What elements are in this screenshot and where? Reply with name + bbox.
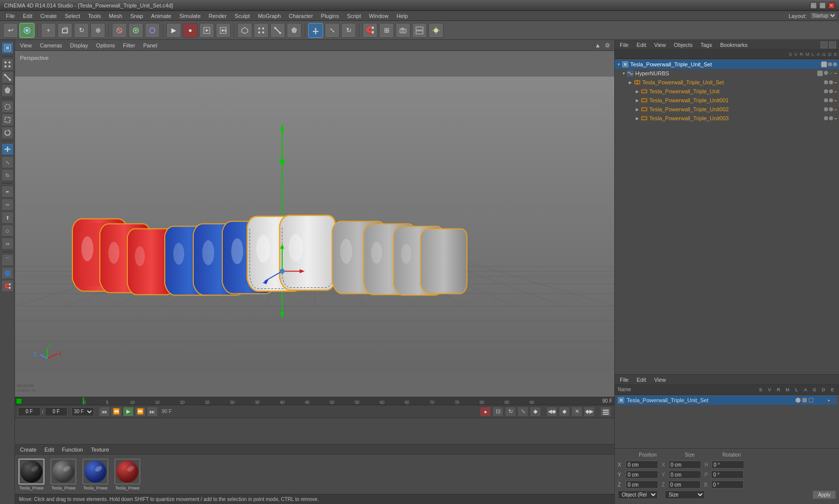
obj-item-2[interactable]: ▶ Tesla_Powerwall_Triple_Unit_Set •• <box>615 78 839 87</box>
menu-mograph[interactable]: MoGraph <box>254 12 285 20</box>
y-position-input[interactable] <box>626 471 658 479</box>
add-key-btn[interactable]: ◆ <box>559 407 570 417</box>
menu-snap[interactable]: Snap <box>126 12 147 20</box>
mat-edit-menu[interactable]: Edit <box>42 446 56 454</box>
timeline-ruler[interactable]: 0 5 10 15 20 25 30 <box>15 397 614 405</box>
x-position-input[interactable] <box>626 461 658 469</box>
poly-pen-btn[interactable]: ✒ <box>1 186 13 198</box>
obj-item-3[interactable]: ▶ Tesla_Powerwall_Triple_Unit •• <box>615 87 839 96</box>
obj-objects-menu[interactable]: Objects <box>672 41 694 49</box>
keyframe-btn[interactable]: ◆ <box>530 407 541 417</box>
null-button[interactable] <box>112 23 127 38</box>
next-key-btn[interactable]: ◆▶ <box>584 407 595 417</box>
sort-frame-input[interactable] <box>45 407 67 416</box>
extrude-btn[interactable]: ⬆ <box>1 212 13 224</box>
del-key-btn[interactable]: ✕ <box>571 407 582 417</box>
obj-item-5[interactable]: ▶ Tesla_Powerwall_Triple_Unit002 •• <box>615 105 839 114</box>
mode-edge-btn[interactable] <box>270 23 285 38</box>
obj-color-0[interactable] <box>821 61 827 67</box>
expand-icon-1[interactable]: ▼ <box>622 71 627 76</box>
knife-btn[interactable]: ✂ <box>1 199 13 211</box>
obj-flag-2[interactable] <box>824 80 828 84</box>
menu-window[interactable]: Window <box>365 12 393 20</box>
menu-file[interactable]: File <box>2 12 19 20</box>
material-item-3[interactable]: Tesla_Powe <box>113 459 142 491</box>
attr-cb-0[interactable] <box>802 398 807 403</box>
fps-select[interactable]: 30 F <box>71 407 94 416</box>
vp-menu-options[interactable]: Options <box>94 41 117 49</box>
bridge-btn[interactable]: ⇔ <box>1 238 13 250</box>
current-frame-input[interactable] <box>18 407 40 416</box>
attr-edit-menu[interactable]: Edit <box>635 376 648 384</box>
twist-btn[interactable]: 🌀 <box>1 267 13 279</box>
add-button[interactable]: ⊕ <box>90 23 105 38</box>
coord-mode-dropdown[interactable]: Object (Rel <box>618 491 658 499</box>
scale-side-btn[interactable]: ⤡ <box>1 156 13 168</box>
mode-poly-btn[interactable] <box>287 23 302 38</box>
record-pos-btn[interactable]: ⊡ <box>492 407 503 417</box>
timeline-view-btn[interactable] <box>600 407 611 417</box>
obj-item-1[interactable]: ▼ HyperNURBS ✓ •• <box>615 69 839 78</box>
magnet-side-btn[interactable]: 🧲 <box>1 280 13 292</box>
attr-item-0[interactable]: Tesla_Powerwall_Triple_Unit_Set ▸ ✕ <box>617 396 837 405</box>
menu-animate[interactable]: Animate <box>147 12 175 20</box>
grid-btn[interactable]: ⊞ <box>379 23 394 38</box>
mat-texture-menu[interactable]: Texture <box>89 446 111 454</box>
mode-point-btn[interactable] <box>254 23 269 38</box>
attr-del-0[interactable]: ✕ <box>832 398 836 403</box>
attr-file-menu[interactable]: File <box>618 376 631 384</box>
move-tool-btn2[interactable] <box>308 23 323 38</box>
dual-view-btn[interactable] <box>412 23 427 38</box>
menu-create[interactable]: Create <box>36 12 61 20</box>
attr-dot-0[interactable] <box>796 398 801 403</box>
play-btn[interactable]: ▶ <box>123 407 134 417</box>
bend-btn[interactable]: ⌒ <box>1 254 13 266</box>
coord-size-dropdown[interactable]: Size <box>665 491 705 499</box>
material-item-0[interactable]: Tesla_Powe <box>17 459 46 491</box>
vp-expand-btn[interactable]: ▲ <box>594 41 602 50</box>
rect-select-btn[interactable] <box>1 114 13 126</box>
obj-flag2-5[interactable] <box>829 107 833 111</box>
expand-icon-6[interactable]: ▶ <box>636 116 641 121</box>
menu-character[interactable]: Character <box>285 12 317 20</box>
expand-icon-4[interactable]: ▶ <box>636 98 641 103</box>
obj-item-4[interactable]: ▶ Tesla_Powerwall_Triple_Unit001 •• <box>615 96 839 105</box>
rotate-tool-btn[interactable]: ↻ <box>341 23 356 38</box>
x-size-input[interactable] <box>669 461 701 469</box>
obj-flag-6[interactable] <box>824 116 828 120</box>
obj-file-menu[interactable]: File <box>618 41 631 49</box>
3d-viewport[interactable]: X Y Z Perspective MAXON CINEMA 4D <box>15 51 614 397</box>
live-select-btn[interactable] <box>1 101 13 113</box>
vp-menu-display[interactable]: Display <box>68 41 90 49</box>
menu-sculpt[interactable]: Sculpt <box>231 12 254 20</box>
menu-script[interactable]: Script <box>343 12 365 20</box>
z-size-input[interactable] <box>668 481 701 489</box>
obj-flag-v-0[interactable] <box>833 62 837 66</box>
bevel-btn[interactable]: ◇ <box>1 225 13 237</box>
obj-flag-s-1[interactable] <box>824 71 828 75</box>
polys-mode-btn[interactable] <box>1 84 13 96</box>
obj-tags-menu[interactable]: Tags <box>699 41 714 49</box>
obj-flag-3[interactable] <box>824 89 828 93</box>
ring-button[interactable] <box>145 23 160 38</box>
menu-mesh[interactable]: Mesh <box>105 12 126 20</box>
new-object-button[interactable]: + <box>41 23 56 38</box>
render-active-btn[interactable] <box>199 23 214 38</box>
obj-search-btn[interactable] <box>821 41 828 48</box>
vp-config-btn[interactable]: ⚙ <box>604 41 611 50</box>
vp-menu-view[interactable]: View <box>18 41 34 49</box>
obj-flag-check-1[interactable]: ✓ <box>829 71 833 76</box>
expand-icon-2[interactable]: ▶ <box>629 80 634 85</box>
vp-menu-panel[interactable]: Panel <box>141 41 159 49</box>
menu-simulate[interactable]: Simulate <box>175 12 205 20</box>
attr-view-menu[interactable]: View <box>652 376 668 384</box>
apply-button[interactable]: Apply <box>813 491 836 499</box>
obj-item-6[interactable]: ▶ Tesla_Powerwall_Triple_Unit003 •• <box>615 114 839 123</box>
lasso-select-btn[interactable] <box>1 127 13 139</box>
obj-edit-menu[interactable]: Edit <box>635 41 648 49</box>
tool-mode-btn[interactable] <box>1 42 13 54</box>
menu-tools[interactable]: Tools <box>84 12 105 20</box>
record-scale-btn[interactable]: ⤡ <box>517 407 528 417</box>
material-item-2[interactable]: Tesla_Powe <box>81 459 110 491</box>
menu-render[interactable]: Render <box>205 12 231 20</box>
